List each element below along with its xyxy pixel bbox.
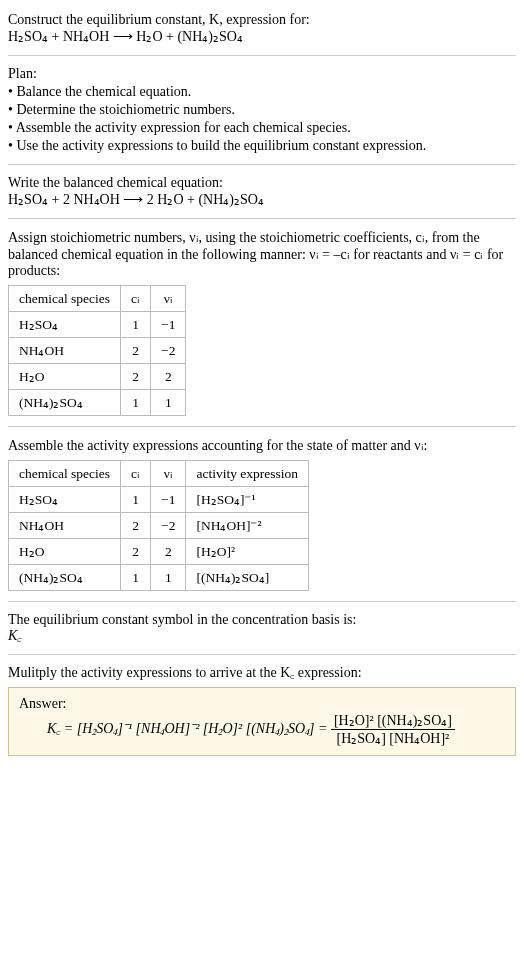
cell: −1 (151, 487, 186, 513)
stoich-h1: chemical species (9, 286, 121, 312)
divider (8, 218, 516, 219)
stoich-h3: νᵢ (151, 286, 186, 312)
activity-block: Assemble the activity expressions accoun… (8, 437, 516, 591)
divider (8, 164, 516, 165)
cell: [H₂O]² (186, 539, 309, 565)
plan-block: Plan: • Balance the chemical equation. •… (8, 66, 516, 154)
table-row: (NH₄)₂SO₄ 1 1 (9, 390, 186, 416)
answer-numerator: [H₂O]² [(NH₄)₂SO₄] (331, 712, 455, 729)
answer-label: Answer: (19, 696, 505, 712)
cell: [H₂SO₄]⁻¹ (186, 487, 309, 513)
cell: 2 (151, 364, 186, 390)
divider (8, 601, 516, 602)
cell: 2 (151, 539, 186, 565)
table-row: H₂O 2 2 (9, 364, 186, 390)
divider (8, 654, 516, 655)
answer-lhs: K꜀ = [H₂SO₄]⁻¹ [NH₄OH]⁻² [H₂O]² [(NH₄)₂S… (47, 721, 331, 736)
cell: 2 (121, 513, 151, 539)
plan-bullet-3: • Assemble the activity expression for e… (8, 120, 516, 136)
table-row: chemical species cᵢ νᵢ (9, 286, 186, 312)
cell: H₂SO₄ (9, 312, 121, 338)
cell: H₂SO₄ (9, 487, 121, 513)
cell: 2 (121, 338, 151, 364)
final-text: Mulitply the activity expressions to arr… (8, 665, 516, 681)
kc-symbol-block: The equilibrium constant symbol in the c… (8, 612, 516, 644)
cell: 1 (121, 565, 151, 591)
answer-fraction: [H₂O]² [(NH₄)₂SO₄] [H₂SO₄] [NH₄OH]² (331, 712, 455, 747)
cell: (NH₄)₂SO₄ (9, 390, 121, 416)
table-row: chemical species cᵢ νᵢ activity expressi… (9, 461, 309, 487)
divider (8, 55, 516, 56)
activity-table: chemical species cᵢ νᵢ activity expressi… (8, 460, 309, 591)
intro-block: Construct the equilibrium constant, K, e… (8, 12, 516, 45)
cell: 1 (121, 312, 151, 338)
cell: 1 (151, 390, 186, 416)
cell: −2 (151, 513, 186, 539)
table-row: (NH₄)₂SO₄ 1 1 [(NH₄)₂SO₄] (9, 565, 309, 591)
cell: [(NH₄)₂SO₄] (186, 565, 309, 591)
cell: (NH₄)₂SO₄ (9, 565, 121, 591)
activity-h2: cᵢ (121, 461, 151, 487)
table-row: H₂SO₄ 1 −1 [H₂SO₄]⁻¹ (9, 487, 309, 513)
cell: −2 (151, 338, 186, 364)
cell: NH₄OH (9, 338, 121, 364)
table-row: H₂O 2 2 [H₂O]² (9, 539, 309, 565)
table-row: NH₄OH 2 −2 [NH₄OH]⁻² (9, 513, 309, 539)
plan-bullet-2: • Determine the stoichiometric numbers. (8, 102, 516, 118)
balanced-equation: H₂SO₄ + 2 NH₄OH ⟶ 2 H₂O + (NH₄)₂SO₄ (8, 191, 516, 208)
balanced-block: Write the balanced chemical equation: H₂… (8, 175, 516, 208)
balanced-heading: Write the balanced chemical equation: (8, 175, 516, 191)
cell: −1 (151, 312, 186, 338)
answer-denominator: [H₂SO₄] [NH₄OH]² (331, 729, 455, 747)
stoich-table: chemical species cᵢ νᵢ H₂SO₄ 1 −1 NH₄OH … (8, 285, 186, 416)
activity-text: Assemble the activity expressions accoun… (8, 437, 516, 454)
plan-heading: Plan: (8, 66, 516, 82)
cell: 2 (121, 539, 151, 565)
cell: 1 (121, 487, 151, 513)
cell: 2 (121, 364, 151, 390)
cell: H₂O (9, 364, 121, 390)
table-row: H₂SO₄ 1 −1 (9, 312, 186, 338)
answer-equation: K꜀ = [H₂SO₄]⁻¹ [NH₄OH]⁻² [H₂O]² [(NH₄)₂S… (47, 712, 505, 747)
activity-h3: νᵢ (151, 461, 186, 487)
stoich-h2: cᵢ (121, 286, 151, 312)
cell: 1 (151, 565, 186, 591)
cell: 1 (121, 390, 151, 416)
table-row: NH₄OH 2 −2 (9, 338, 186, 364)
answer-box: Answer: K꜀ = [H₂SO₄]⁻¹ [NH₄OH]⁻² [H₂O]² … (8, 687, 516, 756)
divider (8, 426, 516, 427)
cell: [NH₄OH]⁻² (186, 513, 309, 539)
stoich-text: Assign stoichiometric numbers, νᵢ, using… (8, 229, 516, 279)
activity-h4: activity expression (186, 461, 309, 487)
stoich-block: Assign stoichiometric numbers, νᵢ, using… (8, 229, 516, 416)
kc-symbol-text: The equilibrium constant symbol in the c… (8, 612, 516, 628)
activity-h1: chemical species (9, 461, 121, 487)
cell: H₂O (9, 539, 121, 565)
intro-line1: Construct the equilibrium constant, K, e… (8, 12, 516, 28)
intro-equation: H₂SO₄ + NH₄OH ⟶ H₂O + (NH₄)₂SO₄ (8, 28, 516, 45)
plan-bullet-1: • Balance the chemical equation. (8, 84, 516, 100)
final-block: Mulitply the activity expressions to arr… (8, 665, 516, 756)
plan-bullet-4: • Use the activity expressions to build … (8, 138, 516, 154)
kc-symbol: K꜀ (8, 628, 21, 643)
cell: NH₄OH (9, 513, 121, 539)
